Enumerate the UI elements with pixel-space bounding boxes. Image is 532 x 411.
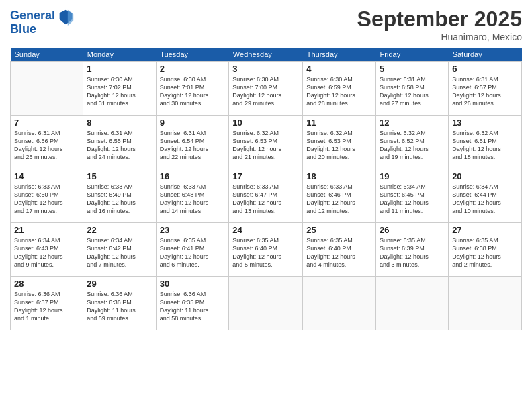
title-block: September 2025 Huanimaro, Mexico bbox=[357, 7, 522, 42]
col-tuesday: Tuesday bbox=[156, 48, 229, 62]
day-info: Sunrise: 6:35 AM Sunset: 6:38 PM Dayligh… bbox=[452, 236, 518, 269]
table-row bbox=[449, 277, 522, 330]
day-number: 9 bbox=[160, 118, 226, 128]
calendar-week-row: 1Sunrise: 6:30 AM Sunset: 7:02 PM Daylig… bbox=[11, 62, 522, 116]
table-row: 21Sunrise: 6:34 AM Sunset: 6:43 PM Dayli… bbox=[11, 223, 83, 277]
day-number: 14 bbox=[14, 171, 79, 181]
day-number: 30 bbox=[160, 279, 226, 289]
table-row: 1Sunrise: 6:30 AM Sunset: 7:02 PM Daylig… bbox=[83, 62, 156, 116]
table-row: 5Sunrise: 6:31 AM Sunset: 6:58 PM Daylig… bbox=[376, 62, 449, 116]
table-row: 22Sunrise: 6:34 AM Sunset: 6:42 PM Dayli… bbox=[83, 223, 156, 277]
day-info: Sunrise: 6:30 AM Sunset: 7:00 PM Dayligh… bbox=[232, 75, 299, 108]
day-info: Sunrise: 6:34 AM Sunset: 6:42 PM Dayligh… bbox=[87, 236, 152, 269]
day-info: Sunrise: 6:31 AM Sunset: 6:56 PM Dayligh… bbox=[14, 129, 79, 162]
day-info: Sunrise: 6:36 AM Sunset: 6:36 PM Dayligh… bbox=[87, 290, 152, 323]
table-row: 16Sunrise: 6:33 AM Sunset: 6:48 PM Dayli… bbox=[156, 169, 229, 223]
table-row: 2Sunrise: 6:30 AM Sunset: 7:01 PM Daylig… bbox=[156, 62, 229, 116]
day-info: Sunrise: 6:32 AM Sunset: 6:53 PM Dayligh… bbox=[232, 129, 299, 162]
day-info: Sunrise: 6:36 AM Sunset: 6:35 PM Dayligh… bbox=[160, 290, 226, 323]
calendar-week-row: 14Sunrise: 6:33 AM Sunset: 6:50 PM Dayli… bbox=[11, 169, 522, 223]
day-number: 11 bbox=[306, 118, 372, 128]
day-info: Sunrise: 6:34 AM Sunset: 6:45 PM Dayligh… bbox=[380, 183, 445, 216]
table-row: 25Sunrise: 6:35 AM Sunset: 6:40 PM Dayli… bbox=[303, 223, 376, 277]
day-number: 23 bbox=[160, 225, 226, 235]
day-info: Sunrise: 6:33 AM Sunset: 6:50 PM Dayligh… bbox=[14, 183, 79, 216]
day-info: Sunrise: 6:31 AM Sunset: 6:57 PM Dayligh… bbox=[452, 75, 518, 108]
day-info: Sunrise: 6:35 AM Sunset: 6:41 PM Dayligh… bbox=[160, 236, 226, 269]
day-info: Sunrise: 6:33 AM Sunset: 6:46 PM Dayligh… bbox=[306, 183, 372, 216]
table-row bbox=[229, 277, 303, 330]
day-info: Sunrise: 6:31 AM Sunset: 6:55 PM Dayligh… bbox=[87, 129, 152, 162]
table-row: 7Sunrise: 6:31 AM Sunset: 6:56 PM Daylig… bbox=[11, 116, 83, 169]
day-info: Sunrise: 6:33 AM Sunset: 6:47 PM Dayligh… bbox=[232, 183, 299, 216]
col-saturday: Saturday bbox=[449, 48, 522, 62]
calendar-table: Sunday Monday Tuesday Wednesday Thursday… bbox=[10, 48, 522, 330]
col-sunday: Sunday bbox=[11, 48, 83, 62]
day-number: 4 bbox=[306, 64, 372, 74]
day-info: Sunrise: 6:30 AM Sunset: 7:01 PM Dayligh… bbox=[160, 75, 226, 108]
day-number: 18 bbox=[306, 171, 372, 181]
table-row: 18Sunrise: 6:33 AM Sunset: 6:46 PM Dayli… bbox=[303, 169, 376, 223]
day-info: Sunrise: 6:33 AM Sunset: 6:48 PM Dayligh… bbox=[160, 183, 226, 216]
day-number: 6 bbox=[452, 64, 518, 74]
day-number: 8 bbox=[87, 118, 152, 128]
day-number: 26 bbox=[380, 225, 445, 235]
day-info: Sunrise: 6:34 AM Sunset: 6:44 PM Dayligh… bbox=[452, 183, 518, 216]
day-info: Sunrise: 6:35 AM Sunset: 6:40 PM Dayligh… bbox=[306, 236, 372, 269]
day-number: 29 bbox=[87, 279, 152, 289]
table-row: 14Sunrise: 6:33 AM Sunset: 6:50 PM Dayli… bbox=[11, 169, 83, 223]
day-info: Sunrise: 6:30 AM Sunset: 7:02 PM Dayligh… bbox=[87, 75, 152, 108]
day-number: 24 bbox=[232, 225, 299, 235]
table-row: 15Sunrise: 6:33 AM Sunset: 6:49 PM Dayli… bbox=[83, 169, 156, 223]
table-row: 20Sunrise: 6:34 AM Sunset: 6:44 PM Dayli… bbox=[449, 169, 522, 223]
day-info: Sunrise: 6:33 AM Sunset: 6:49 PM Dayligh… bbox=[87, 183, 152, 216]
calendar-week-row: 21Sunrise: 6:34 AM Sunset: 6:43 PM Dayli… bbox=[11, 223, 522, 277]
day-number: 27 bbox=[452, 225, 518, 235]
table-row: 19Sunrise: 6:34 AM Sunset: 6:45 PM Dayli… bbox=[376, 169, 449, 223]
table-row: 9Sunrise: 6:31 AM Sunset: 6:54 PM Daylig… bbox=[156, 116, 229, 169]
day-number: 28 bbox=[14, 279, 79, 289]
table-row: 27Sunrise: 6:35 AM Sunset: 6:38 PM Dayli… bbox=[449, 223, 522, 277]
day-info: Sunrise: 6:32 AM Sunset: 6:51 PM Dayligh… bbox=[452, 129, 518, 162]
location: Huanimaro, Mexico bbox=[357, 32, 522, 42]
table-row bbox=[303, 277, 376, 330]
table-row bbox=[11, 62, 83, 116]
logo: General Blue bbox=[10, 7, 75, 36]
col-monday: Monday bbox=[83, 48, 156, 62]
table-row: 29Sunrise: 6:36 AM Sunset: 6:36 PM Dayli… bbox=[83, 277, 156, 330]
calendar-week-row: 28Sunrise: 6:36 AM Sunset: 6:37 PM Dayli… bbox=[11, 277, 522, 330]
table-row: 3Sunrise: 6:30 AM Sunset: 7:00 PM Daylig… bbox=[229, 62, 303, 116]
month-title: September 2025 bbox=[357, 7, 522, 32]
table-row: 4Sunrise: 6:30 AM Sunset: 6:59 PM Daylig… bbox=[303, 62, 376, 116]
day-info: Sunrise: 6:32 AM Sunset: 6:53 PM Dayligh… bbox=[306, 129, 372, 162]
day-number: 13 bbox=[452, 118, 518, 128]
day-number: 15 bbox=[87, 171, 152, 181]
table-row bbox=[376, 277, 449, 330]
day-info: Sunrise: 6:30 AM Sunset: 6:59 PM Dayligh… bbox=[306, 75, 372, 108]
day-number: 1 bbox=[87, 64, 152, 74]
table-row: 12Sunrise: 6:32 AM Sunset: 6:52 PM Dayli… bbox=[376, 116, 449, 169]
header: General Blue September 2025 Huanimaro, M… bbox=[10, 7, 522, 42]
day-number: 7 bbox=[14, 118, 79, 128]
day-number: 17 bbox=[232, 171, 299, 181]
col-friday: Friday bbox=[376, 48, 449, 62]
calendar-week-row: 7Sunrise: 6:31 AM Sunset: 6:56 PM Daylig… bbox=[11, 116, 522, 169]
table-row: 11Sunrise: 6:32 AM Sunset: 6:53 PM Dayli… bbox=[303, 116, 376, 169]
day-number: 21 bbox=[14, 225, 79, 235]
logo-text: General bbox=[10, 9, 55, 23]
col-wednesday: Wednesday bbox=[229, 48, 303, 62]
day-number: 3 bbox=[232, 64, 299, 74]
table-row: 17Sunrise: 6:33 AM Sunset: 6:47 PM Dayli… bbox=[229, 169, 303, 223]
table-row: 26Sunrise: 6:35 AM Sunset: 6:39 PM Dayli… bbox=[376, 223, 449, 277]
day-number: 20 bbox=[452, 171, 518, 181]
table-row: 10Sunrise: 6:32 AM Sunset: 6:53 PM Dayli… bbox=[229, 116, 303, 169]
day-number: 25 bbox=[306, 225, 372, 235]
logo-line1: General bbox=[10, 9, 55, 22]
table-row: 30Sunrise: 6:36 AM Sunset: 6:35 PM Dayli… bbox=[156, 277, 229, 330]
page: General Blue September 2025 Huanimaro, M… bbox=[0, 0, 532, 411]
day-info: Sunrise: 6:36 AM Sunset: 6:37 PM Dayligh… bbox=[14, 290, 79, 323]
day-info: Sunrise: 6:35 AM Sunset: 6:39 PM Dayligh… bbox=[380, 236, 445, 269]
table-row: 6Sunrise: 6:31 AM Sunset: 6:57 PM Daylig… bbox=[449, 62, 522, 116]
day-info: Sunrise: 6:31 AM Sunset: 6:54 PM Dayligh… bbox=[160, 129, 226, 162]
day-number: 19 bbox=[380, 171, 445, 181]
